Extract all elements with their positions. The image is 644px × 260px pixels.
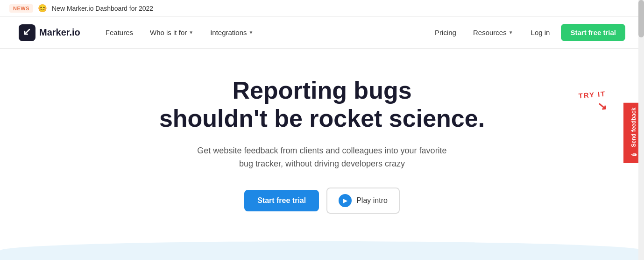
logo-icon xyxy=(19,24,35,41)
try-it-annotation: TRY IT ↘ xyxy=(578,90,608,115)
news-emoji: 😊 xyxy=(38,4,47,13)
hero-buttons: Start free trial ▶ Play intro xyxy=(244,188,400,214)
nav-resources[interactable]: Resources ▼ xyxy=(467,25,520,40)
chevron-down-icon: ▼ xyxy=(189,30,193,35)
news-badge: NEWS xyxy=(9,4,33,13)
logo-link[interactable]: Marker.io xyxy=(19,24,80,41)
chevron-down-icon: ▼ xyxy=(509,30,513,35)
bottom-section xyxy=(0,241,644,260)
chevron-down-icon: ▼ xyxy=(249,30,254,35)
logo-text: Marker.io xyxy=(39,27,80,38)
login-button[interactable]: Log in xyxy=(524,25,558,40)
navbar: Marker.io Features Who is it for ▼ Integ… xyxy=(0,17,644,49)
pencil-icon: ✏ xyxy=(630,151,637,159)
hero-start-trial-button[interactable]: Start free trial xyxy=(244,190,319,211)
scrollbar[interactable] xyxy=(638,0,644,260)
nav-start-trial-button[interactable]: Start free trial xyxy=(561,24,625,41)
nav-right: Pricing Resources ▼ Log in Start free tr… xyxy=(428,24,625,41)
news-text: New Marker.io Dashboard for 2022 xyxy=(52,5,153,12)
annotation-arrow: ↘ xyxy=(579,99,608,115)
nav-who-is-it-for[interactable]: Who is it for ▼ xyxy=(143,25,200,40)
hero-section: Reporting bugs shouldn't be rocket scien… xyxy=(0,49,644,232)
hero-subtitle: Get website feedback from clients and co… xyxy=(191,144,453,171)
hero-play-intro-button[interactable]: ▶ Play intro xyxy=(326,188,400,214)
nav-features[interactable]: Features xyxy=(99,25,140,40)
scrollbar-thumb[interactable] xyxy=(638,0,644,37)
play-icon: ▶ xyxy=(339,194,352,207)
hero-title: Reporting bugs shouldn't be rocket scien… xyxy=(159,77,485,133)
news-bar: NEWS 😊 New Marker.io Dashboard for 2022 xyxy=(0,0,644,17)
nav-integrations[interactable]: Integrations ▼ xyxy=(204,25,260,40)
nav-pricing[interactable]: Pricing xyxy=(428,25,463,40)
nav-left: Features Who is it for ▼ Integrations ▼ xyxy=(99,25,428,40)
